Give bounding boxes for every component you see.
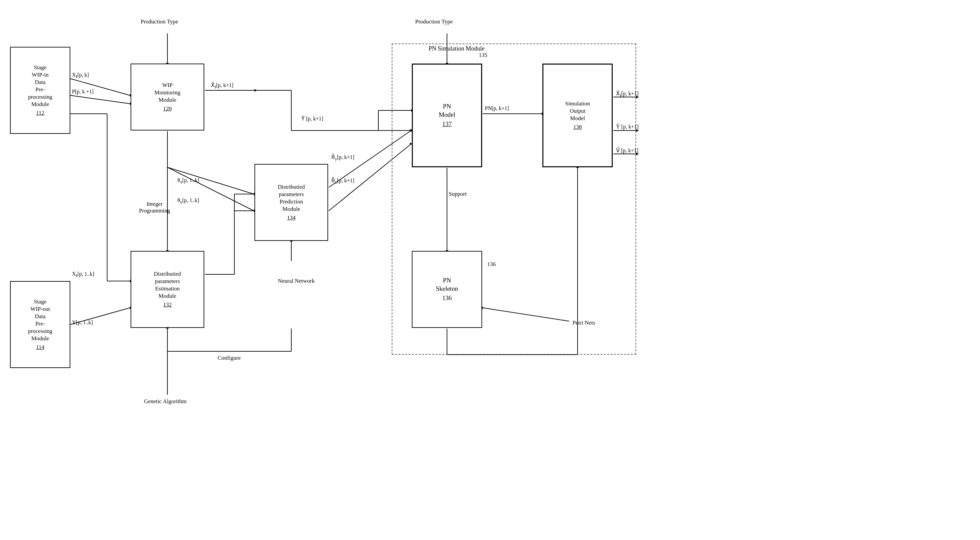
- theta-y-label: θy[p, 1..k]: [177, 197, 199, 205]
- y-hat-pk1-label: Ŷ [p, k+1]: [616, 124, 638, 130]
- genetic-algorithm-label: Genetic Algorithm: [144, 398, 186, 405]
- petri-nets-label: Petri Nets: [573, 319, 595, 326]
- xi-tilde-pk1-label: X̃I[p, k+1]: [211, 82, 233, 90]
- dist-param-prediction-box: DistributiedparametersPredictionModule 1…: [255, 164, 328, 241]
- dist-param-estimation-box: DistributiedparametersEstimationModule 1…: [130, 251, 204, 328]
- neural-network-label: Neural Network: [278, 278, 315, 284]
- pn-skeleton-box: PNSkeleton 136: [412, 251, 482, 328]
- p-pk1-label: P[p, k +1]: [72, 89, 94, 95]
- diagram-container: PN Simulation Module 135 StageWIP-inData…: [0, 0, 980, 540]
- pn-pk1-label: PN[p, k+1]: [485, 105, 509, 111]
- integer-programming-label: IntegerProgramming: [139, 201, 170, 214]
- simulation-output-box: SimulationOutputModel 138: [542, 64, 613, 167]
- xi-pk-label: XI[p, k]: [72, 72, 89, 79]
- y-tilde-pk1-label: Ȳ [p, k+1]: [301, 116, 323, 122]
- pn-skeleton-136-label: 136: [487, 261, 496, 268]
- svg-line-2: [70, 95, 130, 104]
- theta-hat-x-label: θ̂x[p, k+1]: [331, 177, 354, 185]
- x135-label: 135: [479, 52, 487, 59]
- theta-x-label: θx[p, 1..k]: [177, 177, 199, 185]
- stage-wip-out-box: StageWIP-outDataPre-processingModule 114: [10, 281, 70, 368]
- xi-hat-pk1-label: X̂I[p, k+1]: [616, 91, 638, 98]
- svg-marker-13: [255, 89, 257, 92]
- stage-wip-in-box: StageWIP-inDataPre-processingModule 112: [10, 47, 70, 134]
- production-type-right-label: Production Type: [415, 18, 453, 25]
- xi-1k-label: XI[p, 1..k]: [72, 271, 94, 278]
- production-type-left-label: Production Type: [141, 18, 178, 25]
- support-label: Support: [449, 191, 467, 197]
- theta-hat-y-label: θ̂y[p, k+1]: [331, 154, 354, 162]
- y-1k-label: Y[p, 1..k]: [72, 319, 93, 326]
- pn-model-box: PNModel 137: [412, 64, 482, 167]
- wip-monitoring-box: WIPMonitoringModule 120: [130, 64, 204, 130]
- configure-label: Configure: [218, 355, 241, 361]
- v-tilde-pk1-label: Ṽ [p, k+1]: [616, 147, 638, 154]
- pn-simulation-module-label: PN Simulation Module: [429, 45, 484, 52]
